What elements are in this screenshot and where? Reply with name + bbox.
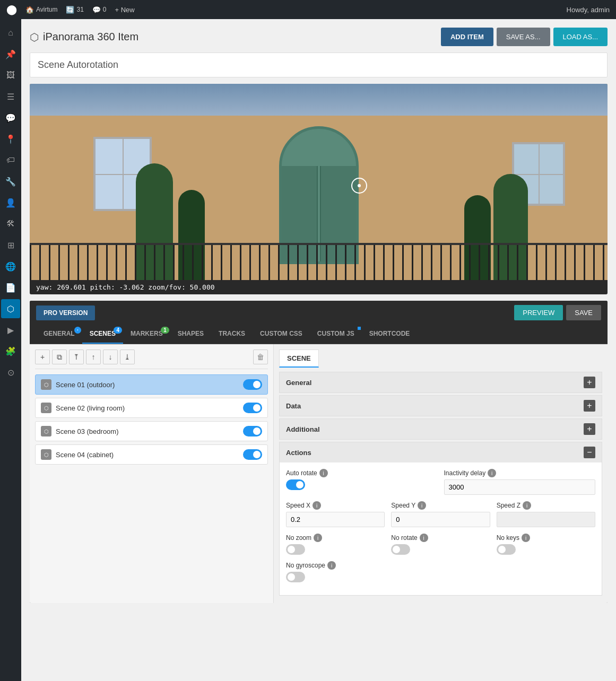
data-section-header[interactable]: Data + bbox=[280, 396, 602, 416]
scene-toggle-2[interactable] bbox=[243, 403, 262, 413]
no-keys-toggle[interactable] bbox=[497, 544, 516, 555]
additional-section-header[interactable]: Additional + bbox=[280, 419, 602, 439]
sidebar-item-grid[interactable]: ⊞ bbox=[1, 235, 20, 255]
speed-y-info-icon[interactable]: i bbox=[418, 501, 426, 510]
speed-z-info-icon[interactable]: i bbox=[523, 501, 531, 510]
sidebar-item-circle[interactable]: ⊙ bbox=[1, 363, 20, 382]
scene-toggle-4[interactable] bbox=[243, 449, 262, 460]
scene-item-3[interactable]: ⬡ Scene 03 (bedroom) bbox=[35, 421, 268, 441]
add-item-button[interactable]: ADD ITEM bbox=[441, 28, 493, 46]
tab-custom-js-dot bbox=[358, 327, 361, 330]
speed-row: Speed X i Speed Y i bbox=[286, 501, 595, 527]
general-section-header[interactable]: General + bbox=[280, 372, 602, 392]
no-gyroscope-info-icon[interactable]: i bbox=[327, 561, 336, 570]
comments[interactable]: 💬 0 bbox=[92, 6, 107, 14]
scene-item-4[interactable]: ⬡ Scene 04 (cabinet) bbox=[35, 444, 268, 465]
sidebar-item-layers[interactable]: ☰ bbox=[1, 87, 20, 106]
tab-general[interactable]: GENERAL · bbox=[36, 325, 82, 344]
save-button[interactable]: SAVE bbox=[566, 305, 601, 320]
move-up-button[interactable]: ↑ bbox=[86, 350, 101, 364]
load-as-button[interactable]: LOAD AS... bbox=[553, 28, 608, 46]
sidebar-item-dashboard[interactable]: ⌂ bbox=[1, 23, 20, 42]
sidebar-item-tools[interactable]: 🛠 bbox=[1, 214, 20, 233]
sidebar-item-user[interactable]: 👤 bbox=[1, 193, 20, 212]
scene-icon-2: ⬡ bbox=[41, 403, 51, 413]
delete-scene-button[interactable]: 🗑 bbox=[253, 350, 268, 364]
no-rotate-toggle[interactable] bbox=[391, 544, 410, 555]
scene-preview bbox=[30, 84, 608, 280]
speed-y-input[interactable] bbox=[391, 512, 490, 527]
revisions[interactable]: 🔄 31 bbox=[66, 6, 83, 14]
no-gyroscope-row: No gyroscope i bbox=[286, 561, 595, 582]
sidebar-item-puzzle[interactable]: 🧩 bbox=[1, 342, 20, 361]
sidebar-item-video[interactable]: ▶ bbox=[1, 320, 20, 339]
scene-name-4: Scene 04 (cabinet) bbox=[56, 451, 243, 459]
copy-scene-button[interactable]: ⧉ bbox=[52, 350, 67, 364]
speed-x-input[interactable] bbox=[286, 512, 385, 527]
sidebar-item-wrench[interactable]: 🔧 bbox=[1, 172, 20, 191]
scene-name-2: Scene 02 (living room) bbox=[56, 404, 243, 412]
tab-markers-badge: 1 bbox=[161, 327, 169, 334]
data-expand-button[interactable]: + bbox=[584, 400, 595, 412]
preview-button[interactable]: PREVIEW bbox=[514, 305, 563, 320]
no-keys-info-icon[interactable]: i bbox=[522, 534, 530, 542]
sidebar-item-globe[interactable]: 🌐 bbox=[1, 257, 20, 276]
inactivity-delay-input[interactable] bbox=[444, 479, 596, 495]
auto-rotate-label: Auto rotate bbox=[286, 469, 317, 477]
move-top-button[interactable]: ⤒ bbox=[69, 350, 84, 364]
inactivity-delay-info-icon[interactable]: i bbox=[488, 469, 496, 477]
scene-toggle-1[interactable] bbox=[243, 379, 262, 390]
tab-custom-css[interactable]: CUSTOM CSS bbox=[253, 325, 310, 344]
additional-expand-button[interactable]: + bbox=[584, 423, 595, 435]
tab-scenes-badge: 4 bbox=[114, 327, 122, 334]
actions-section-header[interactable]: Actions − bbox=[280, 442, 602, 462]
actions-section-body: Auto rotate i bbox=[280, 462, 602, 595]
tabs: GENERAL · SCENES 4 MARKERS 1 SHAPES TRAC… bbox=[30, 325, 608, 344]
window-right-divider-h bbox=[514, 174, 563, 175]
tab-shapes[interactable]: SHAPES bbox=[170, 325, 211, 344]
general-expand-button[interactable]: + bbox=[584, 377, 595, 388]
tab-tracks[interactable]: TRACKS bbox=[211, 325, 253, 344]
sidebar-item-bubble[interactable]: 💬 bbox=[1, 108, 20, 127]
no-zoom-info-icon[interactable]: i bbox=[314, 534, 322, 542]
auto-rotate-info-icon[interactable]: i bbox=[319, 469, 328, 477]
sidebar-item-doc[interactable]: 📄 bbox=[1, 278, 20, 297]
sidebar-item-media[interactable]: 🖼 bbox=[1, 66, 20, 85]
scene-name-3: Scene 03 (bedroom) bbox=[56, 427, 243, 435]
scene-icon-4: ⬡ bbox=[41, 449, 51, 460]
no-gyroscope-label: No gyroscope bbox=[286, 562, 325, 569]
auto-rotate-toggle[interactable] bbox=[286, 479, 305, 490]
add-scene-button[interactable]: + bbox=[35, 350, 50, 364]
new-item[interactable]: + New bbox=[115, 6, 135, 14]
scene-toggle-3[interactable] bbox=[243, 426, 262, 436]
sidebar-item-360[interactable]: ⬡ bbox=[1, 299, 20, 318]
no-rotate-info-icon[interactable]: i bbox=[420, 534, 428, 542]
page-icon: ⬡ bbox=[30, 31, 39, 43]
no-gyroscope-field: No gyroscope i bbox=[286, 561, 595, 582]
no-zoom-toggle[interactable] bbox=[286, 544, 305, 555]
scene-name-1: Scene 01 (outdoor) bbox=[56, 381, 243, 389]
tab-shortcode[interactable]: SHORTCODE bbox=[362, 325, 418, 344]
tab-markers[interactable]: MARKERS 1 bbox=[123, 325, 170, 344]
move-bottom-button[interactable]: ⤓ bbox=[120, 350, 135, 364]
save-as-button[interactable]: SAVE AS... bbox=[497, 28, 550, 46]
tab-scenes[interactable]: SCENES 4 bbox=[82, 325, 123, 344]
inactivity-delay-field: Inactivity delay i bbox=[444, 469, 596, 495]
scene-name-input[interactable] bbox=[30, 53, 608, 77]
no-rotate-label: No rotate bbox=[391, 534, 417, 542]
sidebar-item-map[interactable]: 📍 bbox=[1, 129, 20, 149]
scene-tab-label: SCENE bbox=[279, 350, 319, 368]
scene-item-1[interactable]: ⬡ Scene 01 (outdoor) bbox=[35, 374, 268, 395]
no-gyroscope-toggle[interactable] bbox=[286, 572, 305, 582]
site-name[interactable]: 🏠 Avirtum bbox=[25, 6, 57, 14]
speed-x-info-icon[interactable]: i bbox=[313, 501, 321, 510]
scene-item-2[interactable]: ⬡ Scene 02 (living room) bbox=[35, 398, 268, 418]
actions-collapse-button[interactable]: − bbox=[584, 447, 595, 458]
sidebar-item-tag[interactable]: 🏷 bbox=[1, 151, 20, 170]
sidebar-item-pin[interactable]: 📌 bbox=[1, 45, 20, 64]
editor-toolbar: PRO VERSION PREVIEW SAVE bbox=[30, 301, 608, 325]
pro-version-button[interactable]: PRO VERSION bbox=[36, 305, 95, 320]
move-down-button[interactable]: ↓ bbox=[103, 350, 118, 364]
tab-custom-js[interactable]: CUSTOM JS bbox=[310, 325, 362, 344]
speed-x-field: Speed X i bbox=[286, 501, 385, 527]
